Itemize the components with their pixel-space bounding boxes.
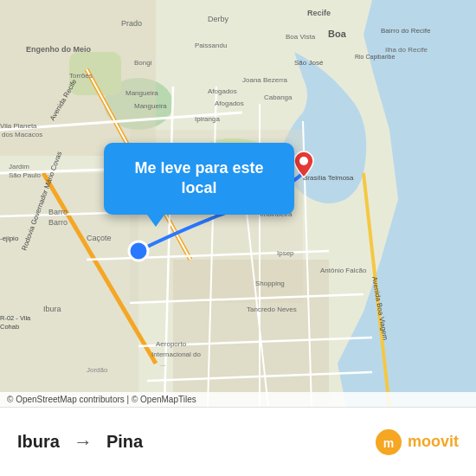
svg-text:Torrões: Torrões	[69, 72, 93, 80]
svg-text:Internacional do: Internacional do	[151, 351, 201, 358]
svg-text:Rio Capibaribe: Rio Capibaribe	[355, 54, 395, 61]
svg-text:Barro: Barro	[48, 218, 68, 227]
svg-text:Jardim: Jardim	[9, 163, 29, 170]
svg-text:São Paulo: São Paulo	[9, 171, 41, 179]
svg-text:Barro: Barro	[48, 208, 68, 216]
svg-text:Boa: Boa	[328, 29, 347, 39]
map-copyright: © OpenStreetMap contributors | © OpenMap…	[0, 392, 476, 407]
svg-text:...: ...	[160, 360, 166, 368]
svg-text:Boa Vista: Boa Vista	[286, 33, 316, 41]
svg-text:Antônio Falcão: Antônio Falcão	[320, 267, 367, 274]
svg-text:Derby: Derby	[208, 15, 229, 23]
svg-text:Mangueira: Mangueira	[125, 89, 158, 97]
copyright-text: © OpenStreetMap contributors | © OpenMap…	[7, 395, 196, 404]
svg-text:Ipsep: Ipsep	[277, 249, 294, 257]
moovit-logo: m moovit	[375, 428, 459, 456]
svg-text:Vila Planeta: Vila Planeta	[0, 122, 37, 130]
moovit-logo-icon: m	[375, 428, 402, 456]
destination-label: Pina	[106, 432, 143, 452]
svg-rect-7	[173, 260, 329, 407]
svg-text:Caçote: Caçote	[87, 234, 112, 242]
navigation-tooltip[interactable]: Me leve para este local	[104, 143, 294, 215]
svg-text:Ipiranga: Ipiranga	[195, 115, 220, 123]
svg-text:-ejipio: -ejipio	[0, 235, 19, 242]
svg-text:Aeroporto: Aeroporto	[156, 340, 187, 348]
svg-text:dos Macacos: dos Macacos	[2, 131, 42, 138]
svg-point-72	[299, 157, 308, 165]
svg-text:Paissandu: Paissandu	[195, 42, 227, 49]
svg-text:Engenho do Meio: Engenho do Meio	[26, 45, 91, 54]
svg-text:Afogados: Afogados	[215, 100, 244, 107]
svg-text:São José: São José	[294, 59, 324, 67]
svg-text:Cabanga: Cabanga	[264, 93, 293, 101]
svg-text:Shopping: Shopping	[255, 280, 285, 287]
svg-point-71	[129, 241, 148, 261]
svg-text:Cohab: Cohab	[0, 323, 19, 331]
svg-text:Afogados: Afogados	[208, 87, 237, 95]
svg-text:Mangueira: Mangueira	[134, 102, 167, 110]
direction-arrow-icon: →	[74, 431, 93, 453]
svg-text:Prado: Prado	[121, 19, 142, 28]
svg-text:Bairro do Recife: Bairro do Recife	[381, 27, 431, 35]
svg-text:Tancredo Neves: Tancredo Neves	[247, 306, 297, 313]
svg-text:Ibura: Ibura	[43, 305, 61, 313]
svg-text:R-02 - Vila: R-02 - Vila	[0, 314, 31, 322]
origin-label: Ibura	[17, 432, 60, 452]
map-container: Avenida Recife Rodovia Governador Mário …	[0, 0, 476, 407]
svg-text:Jordão: Jordão	[87, 366, 108, 374]
svg-text:Bongi: Bongi	[134, 59, 152, 67]
svg-text:Joana Bezerra: Joana Bezerra	[242, 76, 288, 84]
svg-text:Ilha do Recife: Ilha do Recife	[385, 46, 428, 54]
svg-text:m: m	[383, 436, 394, 450]
bottom-bar: Ibura → Pina m moovit	[0, 407, 476, 476]
moovit-text: moovit	[408, 433, 459, 451]
svg-text:Recife: Recife	[307, 9, 331, 17]
tooltip-text: Me leve para este local	[134, 159, 263, 196]
svg-text:Brasília Telmosa: Brasília Telmosa	[303, 174, 354, 182]
